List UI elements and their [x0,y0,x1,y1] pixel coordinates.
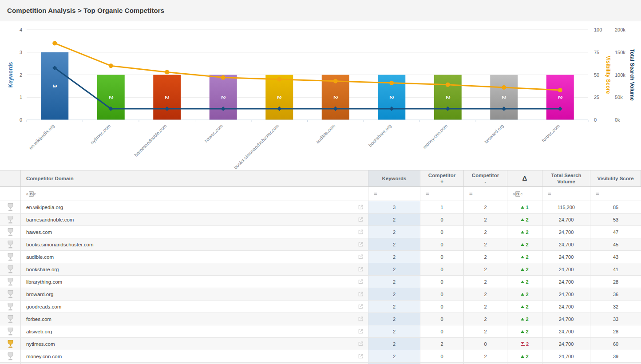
header-keywords[interactable]: Keywords [368,170,420,186]
external-link-icon[interactable] [358,341,364,347]
visibility-axis-tick: 25 [594,95,599,100]
visibility-point[interactable] [109,63,113,68]
filter-cell[interactable]: = [368,187,420,201]
filter-cell-empty [0,187,21,201]
visibility-score-cell: 45 [590,238,641,250]
header-visibility-score[interactable]: Visibility Score [590,170,641,186]
x-axis-label: bookshare.org [368,123,392,148]
competitor-domain-cell[interactable]: barnesandnoble.com [21,214,368,226]
competitor-domain-cell[interactable]: en.wikipedia.org [21,201,368,213]
competitor-plus-cell: 2 [420,338,464,350]
table-header-row: Competitor DomainKeywordsCompetitor +Com… [0,170,641,187]
visibility-point[interactable] [277,77,281,82]
external-link-icon[interactable] [358,241,364,247]
trophy-icon [7,327,14,336]
visibility-axis-tick: 0 [594,117,597,123]
external-link-icon[interactable] [358,204,364,210]
external-link-icon[interactable] [358,353,364,359]
equals-filter-icon[interactable]: = [596,190,599,197]
competitor-domain-cell[interactable]: nytimes.com [21,338,368,350]
total-search-volume-cell: 115,200 [542,201,590,213]
header-total-search-volume[interactable]: Total Search Volume [542,170,590,186]
equals-filter-icon[interactable]: = [548,190,551,197]
external-link-icon[interactable] [358,229,364,235]
table-row: books.simonandschuster.com 2 0 2 2 24,70… [0,238,641,251]
x-axis-label: broward.org [483,123,505,144]
external-link-icon[interactable] [358,304,364,309]
filter-cell[interactable]: aBc [21,187,368,201]
delta-cell: 2 [507,251,542,263]
visibility-point[interactable] [502,85,506,90]
competitor-domain-cell[interactable]: hawes.com [21,226,368,238]
header-delta[interactable]: Δ [507,170,542,186]
visibility-line [55,43,560,90]
competitor-domain-cell[interactable]: books.simonandschuster.com [21,238,368,250]
external-link-icon[interactable] [358,266,364,272]
delta-cell: 2 [507,313,542,325]
external-link-icon[interactable] [358,217,364,222]
competitor-domain-cell[interactable]: broward.org [21,288,368,300]
visibility-point[interactable] [165,70,169,74]
visibility-point[interactable] [446,83,450,87]
competitor-domain-cell[interactable]: money.cnn.com [21,350,368,362]
delta-up-icon [521,293,524,296]
delta-value: 2 [526,329,528,334]
competitor-domain: bookshare.org [26,267,59,272]
total-search-volume-cell: 24,700 [542,313,590,325]
delta-cell: 2 [507,276,542,288]
delta-cell: 2 [507,301,542,313]
equals-filter-icon[interactable]: = [426,190,429,197]
filter-cell[interactable]: = [420,187,464,201]
visibility-point[interactable] [52,41,57,45]
delta-down-icon [521,342,525,346]
trophy-icon [7,240,14,249]
visibility-point[interactable] [221,75,226,80]
competitors-chart: 0123402550751000k50k100k150k200kKeywords… [0,21,641,170]
header-competitor-minus[interactable]: Competitor - [464,170,507,186]
external-link-icon[interactable] [358,328,364,334]
table-row: librarything.com 2 0 2 2 24,700 28 [0,276,641,288]
competitor-domain-cell[interactable]: librarything.com [21,276,368,288]
keywords-cell: 2 [368,325,420,337]
external-link-icon[interactable] [358,254,364,260]
trophy-icon [7,228,14,236]
visibility-point[interactable] [333,79,338,83]
competitor-domain-cell[interactable]: bookshare.org [21,263,368,275]
delta-value: 2 [526,354,528,359]
visibility-point[interactable] [389,81,394,85]
external-link-icon[interactable] [358,279,364,285]
table-row: barnesandnoble.com 2 0 2 2 24,700 53 [0,214,641,226]
equals-filter-icon[interactable]: = [374,190,377,197]
page-title: Competition Analysis > Top Organic Compe… [7,7,164,14]
competitor-domain-cell[interactable]: alisweb.org [21,325,368,337]
delta-cell: 2 [507,238,542,250]
competitor-domain: broward.org [26,292,53,297]
delta-cell: 2 [507,350,542,362]
equals-filter-icon[interactable]: = [469,190,473,197]
delta-value: 2 [526,304,528,309]
bar-value-label: 2 [388,96,395,99]
trophy-cell [0,325,21,337]
filter-cell[interactable]: = [464,187,507,201]
header-competitor-domain[interactable]: Competitor Domain [21,170,368,186]
header-competitor-plus[interactable]: Competitor + [420,170,464,186]
competitor-plus-cell: 0 [420,313,464,325]
external-link-icon[interactable] [358,316,364,322]
filter-cell[interactable]: = [590,187,641,201]
competitor-domain-cell[interactable]: forbes.com [21,313,368,325]
competitor-plus-cell: 0 [420,214,464,226]
external-link-icon[interactable] [358,291,364,297]
filter-cell[interactable]: = [542,187,590,201]
abc-filter-icon[interactable]: aBc [513,192,522,196]
visibility-point[interactable] [558,88,562,92]
bar-value-label: 2 [276,96,283,99]
competitor-minus-cell: 2 [464,263,507,275]
competitor-domain-cell[interactable]: audible.com [21,251,368,263]
trophy-cell [0,238,21,250]
filter-cell[interactable]: aBc [507,187,542,201]
volume-axis-tick: 200k [615,27,625,32]
table-row: broward.org 2 0 2 2 24,700 36 [0,288,641,301]
abc-filter-icon[interactable]: aBc [26,192,36,196]
competitor-domain-cell[interactable]: goodreads.com [21,301,368,313]
volume-line [55,68,560,109]
